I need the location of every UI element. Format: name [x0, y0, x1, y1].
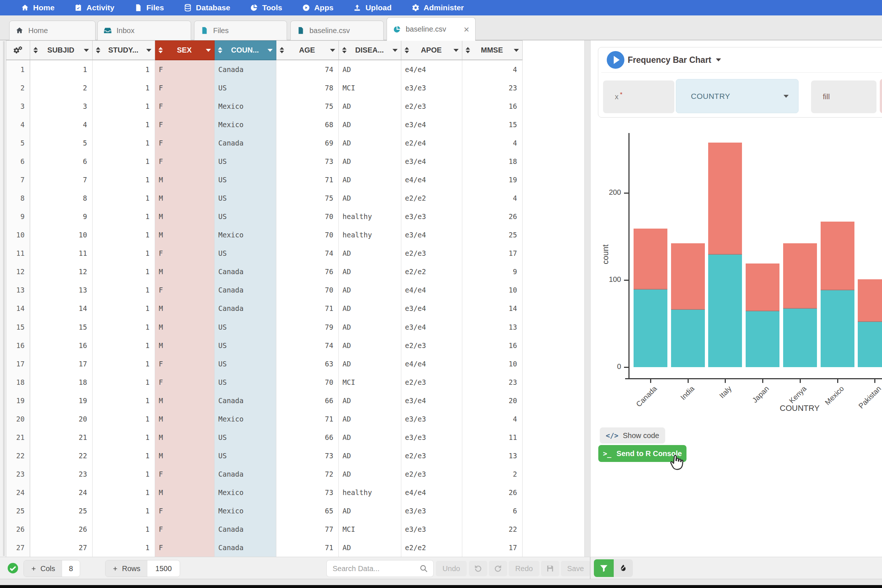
- cell-mmse[interactable]: 9: [462, 262, 523, 281]
- cell-sex[interactable]: F: [155, 465, 214, 484]
- sort-icon[interactable]: [158, 47, 163, 53]
- cell-age[interactable]: 75: [276, 189, 339, 208]
- row-number[interactable]: 18: [6, 373, 30, 392]
- cell-sex[interactable]: M: [155, 189, 214, 208]
- cell-sex[interactable]: M: [155, 299, 214, 318]
- cell-study[interactable]: 1: [93, 116, 155, 134]
- cell-apoe[interactable]: e3/e4: [401, 226, 462, 244]
- cell-mmse[interactable]: 4: [462, 410, 523, 429]
- nav-item-database[interactable]: Database: [174, 0, 240, 15]
- column-menu-icon[interactable]: [146, 49, 152, 52]
- cell-mmse[interactable]: 25: [462, 226, 523, 244]
- cell-disea[interactable]: AD: [339, 152, 401, 171]
- cell-study[interactable]: 1: [93, 410, 155, 429]
- cell-coun[interactable]: Mexico: [214, 116, 276, 134]
- column-header-study[interactable]: STUDY...: [93, 40, 155, 60]
- nav-item-administer[interactable]: Administer: [402, 0, 474, 15]
- plot-type-dropdown[interactable]: Frequency Bar Chart: [628, 47, 721, 72]
- cell-sex[interactable]: M: [155, 336, 214, 355]
- cell-study[interactable]: 1: [93, 428, 155, 447]
- cell-coun[interactable]: US: [214, 447, 276, 465]
- row-number[interactable]: 2: [6, 79, 30, 98]
- cell-subjid[interactable]: 1: [30, 60, 93, 79]
- cell-coun[interactable]: US: [214, 152, 276, 171]
- cell-mmse[interactable]: 10: [462, 281, 523, 300]
- cell-disea[interactable]: AD: [339, 116, 401, 134]
- cell-apoe[interactable]: e4/e4: [401, 483, 462, 502]
- cell-age[interactable]: 73: [276, 447, 339, 465]
- cell-coun[interactable]: US: [214, 207, 276, 226]
- search-icon[interactable]: [419, 564, 428, 573]
- cell-subjid[interactable]: 16: [30, 336, 93, 355]
- nav-item-tools[interactable]: Tools: [240, 0, 292, 15]
- cell-study[interactable]: 1: [93, 392, 155, 410]
- column-menu-icon[interactable]: [514, 49, 519, 52]
- cell-coun[interactable]: Mexico: [214, 410, 276, 429]
- cell-sex[interactable]: M: [155, 171, 214, 189]
- cell-apoe[interactable]: e3/e4: [401, 152, 462, 171]
- cell-age[interactable]: 70: [276, 226, 339, 244]
- undo-button[interactable]: Undo: [436, 561, 467, 576]
- cell-disea[interactable]: AD: [339, 538, 401, 557]
- tab-baseline-csv[interactable]: baseline.csv: [290, 21, 384, 40]
- cell-disea[interactable]: AD: [339, 336, 401, 355]
- row-number[interactable]: 23: [6, 465, 30, 484]
- cell-mmse[interactable]: 20: [462, 392, 523, 410]
- sort-icon[interactable]: [342, 47, 346, 53]
- cell-study[interactable]: 1: [93, 171, 155, 189]
- cell-study[interactable]: 1: [93, 152, 155, 171]
- column-header-disea[interactable]: DISEA...: [339, 40, 401, 60]
- cell-disea[interactable]: AD: [339, 171, 401, 189]
- cell-age[interactable]: 71: [276, 299, 339, 318]
- sort-icon[interactable]: [33, 47, 38, 53]
- cell-age[interactable]: 70: [276, 281, 339, 300]
- cell-sex[interactable]: F: [155, 60, 214, 79]
- cell-subjid[interactable]: 20: [30, 410, 93, 429]
- cell-disea[interactable]: healthy: [339, 226, 401, 244]
- row-number[interactable]: 25: [6, 502, 30, 520]
- cell-apoe[interactable]: e2/e3: [401, 97, 462, 116]
- cell-mmse[interactable]: 4: [462, 189, 523, 208]
- cell-disea[interactable]: AD: [339, 134, 401, 153]
- cell-apoe[interactable]: e3/e4: [401, 392, 462, 410]
- cell-disea[interactable]: healthy: [339, 483, 401, 502]
- cell-subjid[interactable]: 14: [30, 299, 93, 318]
- cell-study[interactable]: 1: [93, 299, 155, 318]
- cell-subjid[interactable]: 5: [30, 134, 93, 153]
- show-code-button[interactable]: </> Show code: [600, 428, 665, 444]
- column-header-age[interactable]: AGE: [276, 40, 339, 60]
- row-number[interactable]: 21: [6, 428, 30, 447]
- row-number[interactable]: 16: [6, 336, 30, 355]
- cell-study[interactable]: 1: [93, 189, 155, 208]
- cell-disea[interactable]: AD: [339, 447, 401, 465]
- cell-age[interactable]: 69: [276, 134, 339, 153]
- cell-coun[interactable]: US: [214, 373, 276, 392]
- cell-mmse[interactable]: 11: [462, 428, 523, 447]
- cell-subjid[interactable]: 13: [30, 281, 93, 300]
- cell-coun[interactable]: US: [214, 336, 276, 355]
- x-variable-select[interactable]: COUNTRY: [676, 79, 799, 113]
- cell-mmse[interactable]: 6: [462, 502, 523, 520]
- column-menu-icon[interactable]: [393, 49, 398, 52]
- table-tools-header[interactable]: [6, 40, 30, 60]
- cell-age[interactable]: 71: [276, 410, 339, 429]
- cell-subjid[interactable]: 24: [30, 483, 93, 502]
- cell-sex[interactable]: M: [155, 226, 214, 244]
- cell-disea[interactable]: MCI: [339, 79, 401, 98]
- cell-subjid[interactable]: 9: [30, 207, 93, 226]
- cell-apoe[interactable]: e2/e3: [401, 336, 462, 355]
- cell-subjid[interactable]: 23: [30, 465, 93, 484]
- column-menu-icon[interactable]: [267, 49, 273, 52]
- column-header-subjid[interactable]: SUBJID: [30, 40, 93, 60]
- cell-mmse[interactable]: 2: [462, 465, 523, 484]
- cell-apoe[interactable]: e3/e4: [401, 299, 462, 318]
- cell-subjid[interactable]: 12: [30, 262, 93, 281]
- cell-age[interactable]: 78: [276, 79, 339, 98]
- cell-subjid[interactable]: 25: [30, 502, 93, 520]
- cell-apoe[interactable]: e3/e3: [401, 520, 462, 539]
- cell-study[interactable]: 1: [93, 281, 155, 300]
- cell-age[interactable]: 66: [276, 392, 339, 410]
- close-icon[interactable]: ×: [459, 25, 469, 34]
- cell-age[interactable]: 74: [276, 336, 339, 355]
- column-menu-icon[interactable]: [84, 49, 89, 52]
